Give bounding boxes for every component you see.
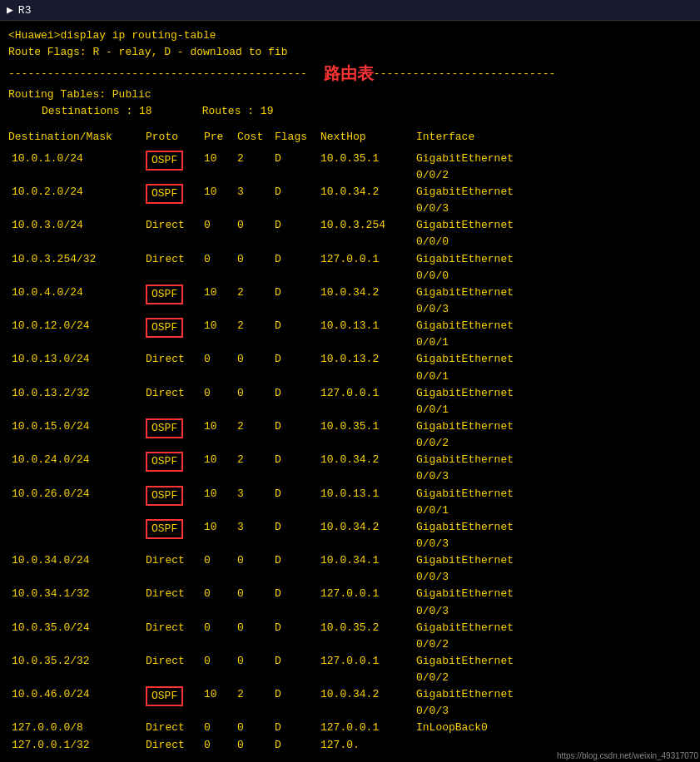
route-flags: D	[275, 452, 320, 468]
route-dest: 10.0.46.0/24	[8, 686, 146, 703]
route-cost: 0	[237, 653, 275, 670]
window-title: R3	[18, 4, 32, 17]
route-iface: GigabitEthernet0/0/3	[416, 452, 692, 485]
route-iface: GigabitEthernet0/0/1	[416, 318, 692, 351]
routing-tables-label: Routing Tables: Public	[8, 87, 692, 103]
route-nexthop: 10.0.13.1	[320, 318, 416, 334]
route-proto: Direct	[146, 217, 204, 234]
route-proto: Direct	[146, 620, 204, 636]
route-flags: D	[275, 351, 320, 368]
route-cost: 0	[237, 552, 275, 569]
route-proto: OSPF	[146, 486, 204, 506]
route-dest: 10.0.3.254/32	[8, 251, 146, 268]
route-pre: 10	[204, 151, 237, 167]
route-iface: GigabitEthernet0/0/1	[416, 486, 692, 519]
route-flags: D	[275, 519, 320, 536]
route-cost: 0	[237, 351, 275, 368]
terminal: <Huawei>display ip routing-table Route F…	[0, 21, 700, 760]
route-pre: 0	[204, 552, 237, 569]
title-bar: ▶ R3	[0, 0, 700, 21]
route-dest: 127.0.0.0/8	[8, 720, 146, 736]
route-proto: Direct	[146, 251, 204, 268]
table-row: 10.0.34.0/24Direct00D10.0.34.1GigabitEth…	[8, 552, 692, 586]
route-cost: 0	[237, 737, 275, 754]
route-iface: GigabitEthernet0/0/2	[416, 653, 692, 686]
route-cost: 0	[237, 217, 275, 234]
route-pre: 10	[204, 519, 237, 536]
route-proto: Direct	[146, 737, 204, 754]
route-pre: 10	[204, 418, 237, 435]
route-nexthop: 127.0.	[320, 737, 416, 754]
route-flags: D	[275, 385, 320, 402]
table-row: 10.0.2.0/24OSPF103D10.0.34.2GigabitEther…	[8, 184, 692, 217]
route-pre: 0	[204, 385, 237, 402]
route-iface: GigabitEthernet0/0/3	[416, 552, 692, 586]
route-iface: GigabitEthernet0/0/2	[416, 620, 692, 653]
route-dest: 10.0.34.1/32	[8, 586, 146, 602]
route-cost: 2	[237, 318, 275, 334]
route-dest: 10.0.3.0/24	[8, 217, 146, 234]
route-pre: 0	[204, 217, 237, 234]
route-cost: 2	[237, 285, 275, 301]
route-iface: GigabitEthernet0/0/3	[416, 184, 692, 217]
route-cost: 3	[237, 486, 275, 502]
route-iface: GigabitEthernet0/0/1	[416, 385, 692, 418]
route-cost: 0	[237, 720, 275, 736]
column-headers: Destination/Mask Proto Pre Cost Flags Ne…	[8, 127, 692, 147]
route-flags: D	[275, 737, 320, 754]
command-line: <Huawei>display ip routing-table	[8, 27, 692, 44]
route-flags: D	[275, 217, 320, 234]
route-flags: D	[275, 418, 320, 435]
route-nexthop: 10.0.35.1	[320, 151, 416, 167]
route-iface: InLoopBack0	[416, 720, 692, 736]
route-nexthop: 10.0.35.1	[320, 418, 416, 435]
table-row: 127.0.0.0/8Direct00D127.0.0.1InLoopBack0	[8, 720, 692, 736]
section-header: ----------------------------------------…	[8, 61, 692, 87]
route-iface: GigabitEthernet0/0/3	[416, 519, 692, 552]
table-row: OSPF103D10.0.34.2GigabitEthernet0/0/3	[8, 519, 692, 552]
table-row: 10.0.26.0/24OSPF103D10.0.13.1GigabitEthe…	[8, 486, 692, 519]
route-dest: 10.0.4.0/24	[8, 285, 146, 301]
route-proto: OSPF	[146, 686, 204, 706]
route-flags: D	[275, 184, 320, 200]
route-nexthop: 10.0.3.254	[320, 217, 416, 234]
route-proto: Direct	[146, 552, 204, 569]
col-iface: Interface	[416, 129, 692, 146]
route-dest: 10.0.26.0/24	[8, 486, 146, 502]
route-iface: GigabitEthernet0/0/0	[416, 217, 692, 250]
table-row: 10.0.34.1/32Direct00D127.0.0.1GigabitEth…	[8, 586, 692, 619]
route-nexthop: 10.0.34.2	[320, 686, 416, 703]
route-cost: 2	[237, 452, 275, 468]
table-row: 10.0.15.0/24OSPF102D10.0.35.1GigabitEthe…	[8, 418, 692, 452]
table-row: 10.0.1.0/24OSPF102D10.0.35.1GigabitEther…	[8, 151, 692, 184]
route-proto: OSPF	[146, 285, 204, 304]
table-row: 10.0.12.0/24OSPF102D10.0.13.1GigabitEthe…	[8, 318, 692, 351]
col-pre: Pre	[204, 129, 237, 146]
route-flags: D	[275, 285, 320, 301]
route-flags: D	[275, 318, 320, 334]
route-nexthop: 10.0.34.1	[320, 552, 416, 569]
route-cost: 2	[237, 151, 275, 167]
route-iface: GigabitEthernet0/0/2	[416, 151, 692, 184]
route-nexthop: 10.0.13.1	[320, 486, 416, 502]
route-proto: Direct	[146, 653, 204, 670]
route-iface: GigabitEthernet0/0/3	[416, 285, 692, 318]
route-proto: OSPF	[146, 318, 204, 338]
table-row: 10.0.35.2/32Direct00D127.0.0.1GigabitEth…	[8, 653, 692, 686]
route-cost: 0	[237, 251, 275, 268]
route-flags: D	[275, 586, 320, 602]
route-flags: Route Flags: R - relay, D - download to …	[8, 44, 692, 61]
destinations-count: Destinations : 18	[42, 103, 152, 120]
col-dest: Destination/Mask	[8, 129, 146, 146]
route-pre: 10	[204, 686, 237, 703]
table-row: 10.0.3.254/32Direct00D127.0.0.1GigabitEt…	[8, 251, 692, 285]
route-proto: Direct	[146, 720, 204, 736]
table-row: 10.0.4.0/24OSPF102D10.0.34.2GigabitEther…	[8, 285, 692, 318]
route-proto: Direct	[146, 385, 204, 402]
route-iface: GigabitEthernet0/0/3	[416, 686, 692, 720]
r3-icon: ▶	[7, 3, 13, 17]
route-cost: 2	[237, 418, 275, 435]
route-pre: 10	[204, 486, 237, 502]
route-flags: D	[275, 552, 320, 569]
route-nexthop: 127.0.0.1	[320, 653, 416, 670]
